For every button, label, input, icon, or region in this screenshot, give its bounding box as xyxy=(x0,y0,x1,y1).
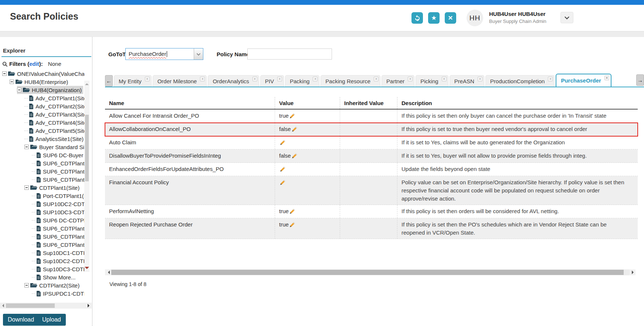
tree-item[interactable]: Adv_CDTPlant4(Site) xyxy=(0,118,84,127)
tree-item[interactable]: ONEIValueChain(ValueChain) xyxy=(0,70,84,78)
scroll-down-icon[interactable] xyxy=(85,267,89,271)
scroll-right-button[interactable] xyxy=(629,269,635,275)
tab-piv[interactable]: PIV× xyxy=(260,75,284,87)
tree-hscroll-thumb[interactable] xyxy=(6,303,55,308)
tree-item[interactable]: SUP6_CDTPlant1-Bu xyxy=(0,159,84,167)
policy-name-cell: Reopen Rejected Purchase Order xyxy=(105,218,275,239)
user-menu-button[interactable] xyxy=(560,12,573,23)
tab-close-icon[interactable]: × xyxy=(313,77,318,81)
policy-name-cell: PerformAvlNetting xyxy=(105,205,275,218)
refresh-button[interactable] xyxy=(411,12,423,24)
arrow-right-icon: → xyxy=(637,77,643,83)
tab-close-icon[interactable]: × xyxy=(252,77,257,81)
tree-item[interactable]: Show More... xyxy=(0,273,84,281)
edit-pencil-icon[interactable] xyxy=(290,112,295,121)
policy-table-header: Name Value Inherited Value Description xyxy=(105,97,638,110)
tab-order-milestone[interactable]: Order Milestone× xyxy=(153,75,207,87)
tab-orderanalytics[interactable]: OrderAnalytics× xyxy=(208,75,259,87)
tree-item[interactable]: SUP6_CDTPlant1-CD xyxy=(0,224,84,232)
tree-item[interactable]: SUP6_CDTPlant2-CD xyxy=(0,232,84,241)
tree-item[interactable]: Sup10DC1-CDTPlant xyxy=(0,249,84,257)
tree-connector xyxy=(32,228,35,229)
tree-horizontal-scrollbar[interactable] xyxy=(0,303,92,309)
filters-edit-link[interactable]: edit xyxy=(29,61,39,67)
gototab-combobox[interactable]: PurchaseOrder xyxy=(125,48,203,60)
tab-preasn[interactable]: PreASN× xyxy=(450,75,484,87)
tab-close-icon[interactable]: × xyxy=(277,77,282,81)
tree-item[interactable]: SUP10DC2-CDTPlant xyxy=(0,200,84,208)
tree-item[interactable]: AnalyticsSite1(Site) xyxy=(0,135,84,143)
tab-partner[interactable]: Partner× xyxy=(382,75,414,87)
column-header-description: Description xyxy=(397,97,638,109)
close-button[interactable]: × xyxy=(445,12,456,24)
tab-close-icon[interactable]: × xyxy=(374,77,379,81)
edit-pencil-icon[interactable] xyxy=(290,208,295,216)
tab-purchaseorder[interactable]: PurchaseOrder× xyxy=(556,74,611,87)
table-hscroll-thumb[interactable] xyxy=(111,270,624,275)
scroll-up-icon[interactable] xyxy=(85,81,89,85)
tab-picking[interactable]: Picking× xyxy=(416,75,448,87)
tab-close-icon[interactable]: × xyxy=(478,77,482,81)
tree-item[interactable]: Adv_CDTPlant1(Site) xyxy=(0,94,84,102)
tab-close-icon[interactable]: × xyxy=(604,75,609,80)
tree-item[interactable]: Adv_CDTPlant5(Site) xyxy=(0,127,84,135)
policy-name-cell: AllowCollaborationOnCancel_PO xyxy=(105,123,275,136)
tree-item-label: Adv_CDTPlant1(Site) xyxy=(35,95,84,101)
tree-item[interactable]: Buyer Standard Site1(Site) xyxy=(0,143,84,151)
tab-close-icon[interactable]: × xyxy=(442,77,447,81)
tree-item[interactable]: HUB4(Enterprise) xyxy=(0,78,84,86)
tab-packing-resource[interactable]: Packing Resource× xyxy=(321,75,380,87)
tree-item[interactable]: Adv_CDTPlant3(Site) xyxy=(0,110,84,118)
download-button[interactable]: Download xyxy=(3,314,39,326)
policy-description-cell: If this policy is set then orders will b… xyxy=(397,205,638,218)
tree-item[interactable]: CDTPlant1(Site) xyxy=(0,184,84,192)
tab-label: OrderAnalytics xyxy=(213,78,249,84)
tree-vscroll-thumb[interactable] xyxy=(85,115,89,181)
collapse-toggle-icon[interactable] xyxy=(24,283,29,288)
tree-item[interactable]: Sup10DC2-CDTPlant xyxy=(0,257,84,265)
tabs-scroll-left-button[interactable]: ← xyxy=(105,75,113,87)
tree-vertical-scrollbar[interactable] xyxy=(84,81,89,272)
upload-button[interactable]: Upload xyxy=(37,314,66,326)
avatar[interactable]: HH xyxy=(467,10,483,26)
policy-name-input[interactable] xyxy=(247,48,332,60)
tab-close-icon[interactable]: × xyxy=(145,77,150,81)
tree-item[interactable]: CDTPlant2(Site) xyxy=(0,281,84,289)
tab-my-entity[interactable]: My Entity× xyxy=(114,75,152,87)
favorite-button[interactable]: ★ xyxy=(428,12,440,24)
collapse-toggle-icon[interactable] xyxy=(17,88,21,92)
edit-pencil-icon[interactable] xyxy=(290,221,295,229)
tab-close-icon[interactable]: × xyxy=(408,77,413,81)
collapse-toggle-icon[interactable] xyxy=(10,80,14,84)
scroll-right-icon[interactable] xyxy=(88,304,91,307)
tree-item[interactable]: Sup10DC3-CDTPlant xyxy=(0,265,84,273)
tab-productioncompletion[interactable]: ProductionCompletion× xyxy=(485,75,555,87)
gototab-value[interactable]: PurchaseOrder xyxy=(126,48,194,60)
scroll-left-button[interactable] xyxy=(105,269,111,275)
tree-item[interactable]: SUP6_CDTPlant2-Bu xyxy=(0,167,84,175)
edit-pencil-icon[interactable] xyxy=(292,152,297,161)
tree-item[interactable]: SUP10DC3-CDTPlant xyxy=(0,208,84,216)
gototab-dropdown-button[interactable] xyxy=(194,48,203,60)
tabs-scroll-right-button[interactable]: → xyxy=(636,74,644,86)
tree-item[interactable]: IPSUPDC1-CDTPlant xyxy=(0,289,84,298)
tab-close-icon[interactable]: × xyxy=(548,77,553,81)
tab-packing[interactable]: Packing× xyxy=(285,75,319,87)
tree-item[interactable]: Port-CDTPlant1(Site1 xyxy=(0,192,84,200)
tree-item[interactable]: SUP6 DC-Buyer Stan xyxy=(0,151,84,159)
tab-close-icon[interactable]: × xyxy=(200,77,205,81)
tree-item[interactable]: SUP6 DC-CDTPlant1 xyxy=(0,216,84,224)
collapse-toggle-icon[interactable] xyxy=(24,145,29,149)
tree-item[interactable]: HUB4(Organization) xyxy=(0,86,84,94)
table-horizontal-scrollbar[interactable] xyxy=(105,269,635,275)
collapse-toggle-icon[interactable] xyxy=(2,71,7,76)
collapse-toggle-icon[interactable] xyxy=(24,185,29,190)
tree-item[interactable]: Adv_CDTPlant2(Site) xyxy=(0,102,84,110)
scroll-left-icon[interactable] xyxy=(0,304,4,307)
tree-item[interactable]: SUP6_CDTPlant3-Bu xyxy=(0,175,84,184)
tree-item[interactable]: SUP6_CDTPlant3-CD xyxy=(0,241,84,249)
edit-pencil-icon[interactable] xyxy=(280,179,285,187)
edit-pencil-icon[interactable] xyxy=(292,126,297,134)
edit-pencil-icon[interactable] xyxy=(280,166,285,174)
edit-pencil-icon[interactable] xyxy=(280,139,285,147)
